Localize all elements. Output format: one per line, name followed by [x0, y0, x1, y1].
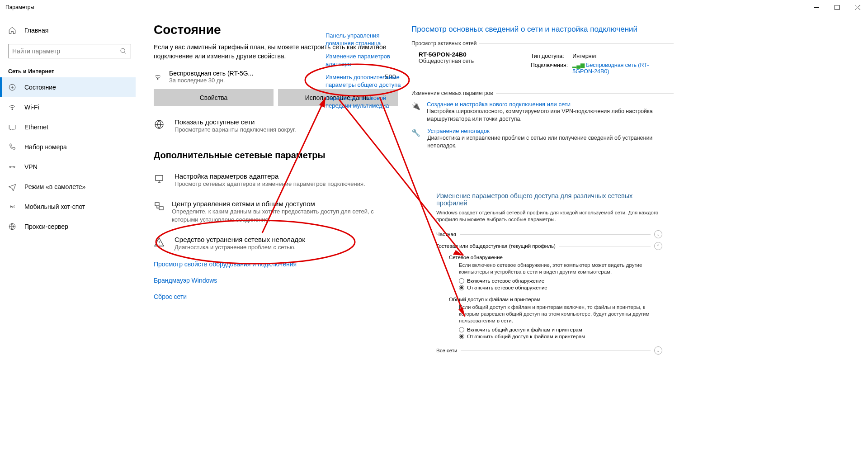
- sidebar-item-label: VPN: [24, 163, 38, 170]
- sidebar-item-proxy[interactable]: Прокси-сервер: [0, 217, 136, 237]
- fileshare-off-radio[interactable]: Отключить общий доступ к файлам и принте…: [459, 334, 662, 339]
- adapter-settings-sub: Просмотр сетевых адаптеров и изменение п…: [175, 180, 365, 188]
- svg-rect-8: [9, 125, 15, 129]
- cp-sharing-link[interactable]: Изменить дополнительные параметры общего…: [326, 73, 402, 89]
- discovery-description: Если включено сетевое обнаружение, этот …: [459, 262, 662, 275]
- troubleshoot-sub: Диагностика и исправление проблем с сеть…: [427, 134, 674, 150]
- sidebar-item-wifi[interactable]: Wi-Fi: [0, 97, 136, 117]
- fileshare-description: Если общий доступ к файлам и принтерам в…: [459, 304, 662, 324]
- profile-guest-label: Гостевая или общедоступная (текущий проф…: [436, 243, 556, 249]
- svg-point-4: [121, 48, 125, 52]
- profile-private-header[interactable]: Частная ⌄: [436, 228, 662, 240]
- sidebar-item-label: Состояние: [24, 84, 56, 91]
- radio-icon: [459, 278, 464, 284]
- available-networks-title: Показать доступные сети: [175, 118, 296, 126]
- sidebar-item-ethernet[interactable]: Ethernet: [0, 117, 136, 137]
- search-box[interactable]: [8, 44, 131, 58]
- globe-icon: [154, 118, 167, 134]
- sidebar-item-label: Wi-Fi: [24, 104, 39, 111]
- fileshare-off-label: Отключить общий доступ к файлам и принте…: [467, 334, 585, 339]
- sidebar-item-dialup[interactable]: Набор номера: [0, 137, 136, 157]
- advanced-heading: Дополнительные сетевые параметры: [154, 150, 398, 161]
- discovery-on-radio[interactable]: Включить сетевое обнаружение: [459, 278, 662, 284]
- discovery-on-label: Включить сетевое обнаружение: [467, 278, 544, 284]
- home-button[interactable]: Главная: [8, 20, 136, 40]
- troubleshoot-item[interactable]: 🔧 Устранение неполадок Диагностика и исп…: [411, 128, 674, 150]
- home-icon: [8, 26, 16, 34]
- network-center-pane: Просмотр основных сведений о сети и наст…: [411, 25, 674, 150]
- cp-home-link[interactable]: Панель управления — домашняя страница: [326, 32, 402, 47]
- firewall-link[interactable]: Брандмауэр Windows: [154, 277, 398, 284]
- troubleshooter-sub: Диагностика и устранение проблем с сетью…: [175, 243, 305, 251]
- wifi-icon: [154, 73, 162, 81]
- active-networks-label: Просмотр активных сетей: [411, 40, 476, 47]
- home-label: Главная: [24, 27, 48, 34]
- sidebar-item-airplane[interactable]: Режим «в самолете»: [0, 177, 136, 197]
- sidebar-item-label: Мобильный хот-спот: [24, 203, 85, 210]
- svg-rect-16: [155, 203, 159, 206]
- close-button[interactable]: [847, 0, 868, 14]
- connections-label: Подключения:: [531, 61, 572, 76]
- profile-private-label: Частная: [436, 232, 456, 237]
- sidebar-item-vpn[interactable]: VPN: [0, 157, 136, 177]
- vpn-icon: [8, 163, 16, 171]
- chevron-up-icon: ⌃: [654, 242, 662, 250]
- sidebar-section-title: Сеть и Интернет: [8, 68, 136, 75]
- search-icon: [120, 47, 127, 55]
- sidebar-item-hotspot[interactable]: Мобильный хот-спот: [0, 197, 136, 217]
- svg-point-11: [12, 206, 13, 208]
- hardware-properties-link[interactable]: Просмотр свойств оборудования и подключе…: [154, 260, 398, 268]
- fileshare-on-label: Включить общий доступ к файлам и принтер…: [467, 327, 582, 332]
- active-network-type: Общедоступная сеть: [419, 58, 530, 64]
- fileshare-on-radio[interactable]: Включить общий доступ к файлам и принтер…: [459, 327, 662, 332]
- svg-point-9: [9, 166, 11, 168]
- network-center-sub: Определите, к каким данным вы хотите пре…: [172, 208, 398, 224]
- sidebar-item-label: Режим «в самолете»: [24, 183, 85, 190]
- access-type-label: Тип доступа:: [531, 52, 572, 60]
- cp-streaming-link[interactable]: Параметры потоковой передачи мультимедиа: [326, 94, 402, 109]
- available-networks-sub: Просмотрите варианты подключения вокруг.: [175, 126, 296, 134]
- sidebar-item-status[interactable]: Состояние: [0, 77, 136, 97]
- control-panel-links: Панель управления — домашняя страница Из…: [326, 32, 402, 115]
- adapter-settings-item[interactable]: Настройка параметров адаптера Просмотр с…: [154, 172, 398, 188]
- troubleshoot-title: Устранение неполадок: [427, 128, 674, 134]
- window-title: Параметры: [5, 4, 34, 10]
- status-icon: [8, 83, 16, 91]
- chevron-down-icon: ⌄: [654, 346, 662, 355]
- sharing-center-icon: [154, 200, 165, 224]
- wifi-icon: [8, 103, 16, 111]
- signal-icon: ▂▄▆: [572, 62, 585, 68]
- hotspot-icon: [8, 203, 16, 211]
- minimize-button[interactable]: [806, 0, 826, 14]
- new-connection-item[interactable]: 🔌 Создание и настройка нового подключени…: [411, 101, 674, 123]
- adapter-settings-title: Настройка параметров адаптера: [175, 172, 365, 180]
- network-reset-link[interactable]: Сброс сети: [154, 293, 398, 300]
- network-center-item[interactable]: Центр управления сетями и общим доступом…: [154, 200, 398, 224]
- discovery-off-radio[interactable]: Отключить сетевое обнаружение: [459, 285, 662, 290]
- profile-guest-header[interactable]: Гостевая или общедоступная (текущий проф…: [436, 240, 662, 252]
- svg-point-13: [157, 78, 158, 79]
- available-networks-item[interactable]: Показать доступные сети Просмотрите вари…: [154, 118, 398, 134]
- svg-rect-17: [159, 207, 163, 210]
- sidebar-item-label: Ethernet: [24, 123, 48, 131]
- fileshare-heading: Общий доступ к файлам и принтерам: [449, 297, 662, 302]
- sidebar: Главная Сеть и Интернет Состояние Wi-Fi …: [0, 20, 136, 237]
- search-input[interactable]: [12, 47, 120, 55]
- svg-point-7: [12, 109, 13, 109]
- troubleshoot-icon: 🔧: [411, 128, 421, 150]
- warning-icon: [154, 236, 167, 251]
- cp-adapter-link[interactable]: Изменение параметров адаптера: [326, 52, 402, 68]
- maximize-button[interactable]: [826, 0, 847, 14]
- chevron-down-icon: ⌄: [654, 230, 662, 238]
- change-settings-label: Изменение сетевых параметров: [411, 90, 493, 96]
- radio-checked-icon: [459, 334, 464, 339]
- sharing-title: Изменение параметров общего доступа для …: [436, 192, 662, 207]
- troubleshooter-item[interactable]: Средство устранения сетевых неполадок Ди…: [154, 236, 398, 251]
- profile-all-header[interactable]: Все сети ⌄: [436, 345, 662, 356]
- properties-button[interactable]: Свойства: [154, 89, 274, 106]
- access-type-value: Интернет: [572, 52, 673, 60]
- new-connection-icon: 🔌: [411, 101, 420, 123]
- radio-icon: [459, 327, 464, 332]
- sidebar-item-label: Набор номера: [24, 143, 67, 151]
- airplane-icon: [8, 183, 16, 191]
